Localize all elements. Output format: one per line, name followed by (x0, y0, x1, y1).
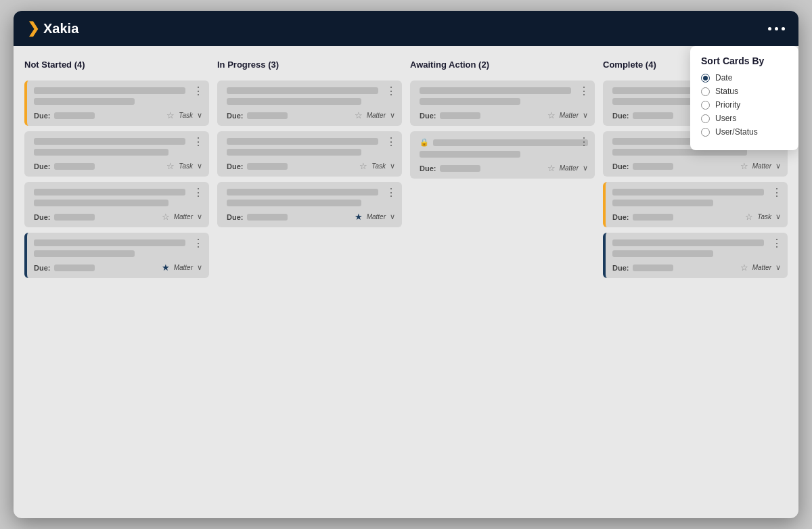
chevron-icon[interactable]: ∨ (197, 263, 202, 272)
radio-user-status[interactable] (701, 128, 710, 137)
radio-priority[interactable] (701, 101, 710, 110)
due-value (54, 264, 95, 271)
star-icon[interactable]: ☆ (745, 212, 753, 222)
card-menu-c4[interactable]: ⋮ (771, 238, 782, 249)
star-icon[interactable]: ☆ (547, 163, 556, 173)
card-line (227, 87, 378, 94)
lock-icon: 🔒 (420, 138, 429, 147)
chevron-icon[interactable]: ∨ (390, 111, 395, 120)
card-ns4: ⋮ Due: ★ Matter ∨ (24, 233, 209, 278)
card-ns1: ⋮ Due: ☆ Task ∨ (24, 80, 209, 126)
chevron-icon[interactable]: ∨ (390, 212, 395, 221)
due-label: Due: (612, 112, 629, 120)
card-line (420, 87, 571, 94)
card-menu-ip3[interactable]: ⋮ (386, 187, 397, 198)
card-line (227, 200, 361, 206)
tag-badge: Task (179, 112, 193, 119)
star-icon[interactable]: ☆ (547, 110, 556, 120)
card-ip1: ⋮ Due: ☆ Matter ∨ (217, 80, 402, 126)
due-label: Due: (227, 213, 243, 221)
radio-inner (703, 76, 708, 80)
card-menu-c3[interactable]: ⋮ (771, 187, 782, 198)
chevron-icon[interactable]: ∨ (583, 111, 588, 120)
due-value (440, 112, 480, 119)
radio-status[interactable] (701, 87, 710, 96)
chevron-icon[interactable]: ∨ (197, 212, 202, 221)
card-aa1: ⋮ Due: ☆ Matter ∨ (410, 80, 595, 126)
card-menu-ns2[interactable]: ⋮ (193, 137, 204, 147)
tag-badge: Task (179, 162, 193, 170)
chevron-icon[interactable]: ∨ (197, 162, 202, 170)
card-footer: Due: ☆ Task ∨ (612, 212, 781, 222)
card-line (227, 149, 361, 156)
due-label: Due: (227, 162, 243, 170)
radio-date[interactable] (701, 74, 710, 83)
card-line (227, 98, 361, 105)
dot-1 (768, 27, 771, 30)
card-ip2: ⋮ Due: ☆ Task ∨ (217, 131, 402, 177)
card-line (34, 239, 185, 246)
tag-badge: Matter (367, 112, 386, 119)
card-menu-ns1[interactable]: ⋮ (193, 86, 204, 97)
star-icon[interactable]: ☆ (740, 161, 748, 171)
due-value (633, 214, 673, 221)
due-label: Due: (420, 112, 436, 120)
tag-badge: Task (371, 162, 386, 170)
chevron-icon[interactable]: ∨ (775, 263, 781, 272)
sort-option-date[interactable]: Date (701, 73, 788, 83)
due-label: Due: (34, 162, 50, 170)
card-menu-ip2[interactable]: ⋮ (386, 137, 397, 147)
star-icon[interactable]: ☆ (166, 161, 175, 171)
chevron-icon[interactable]: ∨ (775, 212, 781, 221)
card-footer: Due: ★ Matter ∨ (227, 212, 395, 222)
sort-option-status[interactable]: Status (701, 87, 788, 96)
card-ns2: ⋮ Due: ☆ Task ∨ (24, 131, 209, 177)
card-menu-ns3[interactable]: ⋮ (193, 187, 204, 198)
main-content: Not Started (4) ⋮ Due: ☆ Task ∨ (14, 46, 798, 518)
due-value (247, 214, 288, 221)
column-not-started: Not Started (4) ⋮ Due: ☆ Task ∨ (24, 57, 209, 507)
tag-badge: Matter (560, 112, 579, 119)
due-value (440, 165, 480, 172)
star-icon[interactable]: ☆ (740, 262, 748, 273)
chevron-icon[interactable]: ∨ (775, 162, 781, 170)
tag-badge: Matter (752, 264, 771, 271)
star-icon[interactable]: ☆ (359, 161, 367, 171)
due-value (633, 264, 673, 271)
card-menu-aa1[interactable]: ⋮ (579, 86, 589, 97)
sort-option-user-status[interactable]: User/Status (701, 127, 788, 137)
star-icon-filled[interactable]: ★ (355, 212, 363, 222)
card-line (420, 98, 520, 105)
sort-label-date: Date (715, 73, 732, 83)
star-icon[interactable]: ☆ (355, 110, 363, 120)
logo-text: Xakia (43, 21, 78, 37)
card-c4: ⋮ Due: ☆ Matter ∨ (603, 233, 788, 278)
kanban-board: Not Started (4) ⋮ Due: ☆ Task ∨ (24, 57, 788, 507)
radio-users[interactable] (701, 114, 710, 123)
logo-icon: ❯ (27, 20, 39, 37)
due-label: Due: (227, 112, 243, 120)
due-value (633, 112, 673, 119)
column-in-progress: In Progress (3) ⋮ Due: ☆ Matter ∨ (217, 57, 402, 507)
chevron-icon[interactable]: ∨ (197, 111, 202, 120)
due-label: Due: (612, 162, 629, 170)
card-line (34, 250, 135, 257)
card-ip3: ⋮ Due: ★ Matter ∨ (217, 182, 402, 227)
card-menu-ip1[interactable]: ⋮ (386, 86, 397, 97)
chevron-icon[interactable]: ∨ (583, 164, 588, 172)
card-menu-aa2[interactable]: ⋮ (579, 137, 589, 147)
card-line (420, 151, 520, 158)
star-icon[interactable]: ☆ (162, 212, 170, 222)
tag-badge: Matter (752, 162, 771, 170)
star-icon[interactable]: ☆ (166, 110, 175, 120)
sort-option-users[interactable]: Users (701, 114, 788, 123)
header-dots-menu[interactable] (768, 27, 785, 30)
card-menu-ns4[interactable]: ⋮ (193, 238, 204, 249)
due-label: Due: (34, 264, 50, 272)
sort-option-priority[interactable]: Priority (701, 100, 788, 110)
card-line (227, 138, 378, 145)
chevron-icon[interactable]: ∨ (390, 162, 395, 170)
star-icon-filled[interactable]: ★ (162, 262, 170, 273)
due-value (54, 214, 95, 221)
app-window: ❯ Xakia Not Started (4) ⋮ Due: (14, 11, 798, 518)
